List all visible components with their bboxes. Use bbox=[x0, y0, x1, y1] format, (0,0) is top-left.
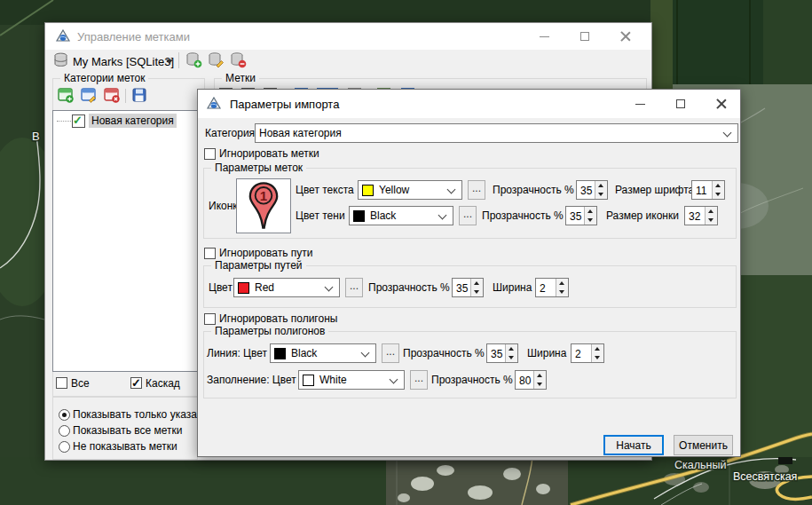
color-swatch bbox=[353, 210, 365, 222]
spin-down[interactable] bbox=[506, 353, 517, 362]
text-opacity-spinner[interactable]: 35 bbox=[576, 180, 608, 200]
shadow-opacity-spinner[interactable]: 35 bbox=[565, 206, 597, 225]
category-edit-button[interactable] bbox=[81, 87, 98, 104]
spin-down[interactable] bbox=[471, 288, 483, 296]
shadow-color-combobox[interactable]: Black bbox=[349, 206, 453, 225]
color-swatch bbox=[362, 185, 374, 196]
spin-up[interactable] bbox=[506, 344, 517, 353]
category-tree[interactable]: Новая категория bbox=[52, 110, 198, 372]
main-close-button[interactable] bbox=[605, 23, 646, 50]
shadow-color-label: Цвет тени bbox=[296, 209, 345, 222]
main-minimize-button[interactable] bbox=[524, 23, 564, 50]
spin-up[interactable] bbox=[534, 371, 546, 380]
spin-up[interactable] bbox=[592, 344, 603, 353]
map-label-town1: Скальный bbox=[674, 459, 726, 471]
marks-group-label: Метки bbox=[222, 72, 259, 84]
path-width-spinner[interactable]: 2 bbox=[535, 278, 569, 297]
ignore-polygons-checkbox[interactable] bbox=[204, 313, 216, 325]
icon-preview[interactable]: 1 bbox=[236, 178, 291, 233]
spin-down[interactable] bbox=[706, 216, 717, 225]
ignore-marks-checkbox[interactable] bbox=[204, 148, 216, 160]
db-selector-dropdown[interactable] bbox=[166, 59, 173, 67]
chevron-down-icon bbox=[325, 283, 334, 292]
spin-down[interactable] bbox=[585, 216, 596, 225]
text-color-label: Цвет текста bbox=[296, 184, 354, 196]
text-color-browse-button[interactable]: ... bbox=[468, 180, 485, 200]
shadow-opacity-label: Прозрачность % bbox=[482, 209, 564, 222]
db-add-button[interactable] bbox=[185, 51, 202, 68]
chevron-down-icon bbox=[390, 375, 398, 384]
start-button[interactable]: Начать bbox=[603, 435, 664, 455]
polygon-line-browse-button[interactable]: ... bbox=[382, 343, 399, 363]
spin-up[interactable] bbox=[471, 279, 483, 288]
spin-up[interactable] bbox=[713, 181, 724, 190]
spin-down[interactable] bbox=[713, 190, 724, 199]
category-combobox[interactable]: Новая категория bbox=[255, 123, 738, 143]
categories-group-label: Категории меток bbox=[60, 72, 148, 84]
display-mode-groupbox: Показывать только указанн Показывать все… bbox=[52, 396, 198, 460]
cancel-button[interactable]: Отменить bbox=[674, 435, 733, 455]
spin-up[interactable] bbox=[556, 279, 568, 288]
db-delete-button[interactable] bbox=[230, 51, 247, 68]
font-size-spinner[interactable]: 11 bbox=[691, 180, 725, 200]
polygon-line-width-spinner[interactable]: 2 bbox=[571, 343, 604, 363]
dialog-titlebar[interactable]: Параметры импорта bbox=[198, 90, 740, 118]
cascade-checkbox[interactable] bbox=[130, 377, 142, 389]
tree-item-label[interactable]: Новая категория bbox=[89, 114, 177, 128]
spin-up[interactable] bbox=[595, 181, 607, 190]
ignore-paths-checkbox[interactable] bbox=[204, 248, 216, 259]
font-size-label: Размер шрифта bbox=[615, 184, 694, 196]
main-maximize-button[interactable] bbox=[564, 23, 605, 50]
icon-size-label: Размер иконки bbox=[606, 209, 679, 222]
color-swatch bbox=[238, 282, 249, 294]
radio-show-none-label: Не показывать метки bbox=[73, 440, 177, 453]
polygon-line-width-label: Ширина bbox=[527, 347, 566, 359]
polygon-fill-browse-button[interactable]: ... bbox=[410, 370, 428, 390]
dialog-maximize-button[interactable] bbox=[660, 90, 701, 118]
radio-show-none[interactable] bbox=[59, 441, 70, 453]
text-color-combobox[interactable]: Yellow bbox=[358, 180, 462, 200]
polygons-params-label: Параметры полигонов bbox=[211, 325, 328, 337]
spin-up[interactable] bbox=[706, 207, 717, 216]
database-icon bbox=[53, 52, 68, 67]
ignore-polygons-label: Игнорировать полигоны bbox=[219, 312, 337, 325]
db-edit-button[interactable] bbox=[208, 51, 225, 68]
spin-down[interactable] bbox=[592, 353, 603, 362]
radio-show-all[interactable] bbox=[59, 425, 70, 437]
spin-up[interactable] bbox=[585, 207, 596, 216]
save-button[interactable] bbox=[131, 87, 147, 103]
polygon-line-color-combobox[interactable]: Black bbox=[270, 343, 376, 363]
radio-show-selected[interactable] bbox=[59, 409, 70, 421]
spin-down[interactable] bbox=[595, 190, 607, 199]
polygons-params-groupbox: Параметры полигонов bbox=[203, 331, 737, 398]
all-checkbox[interactable] bbox=[56, 377, 67, 389]
main-titlebar[interactable]: Управление метками bbox=[45, 23, 651, 50]
db-selector-label: My Marks [SQLite3] bbox=[73, 55, 174, 68]
polygon-line-opacity-label: Прозрачность % bbox=[403, 347, 485, 359]
dialog-minimize-button[interactable] bbox=[619, 90, 660, 118]
shadow-color-browse-button[interactable]: ... bbox=[459, 206, 477, 225]
path-opacity-spinner[interactable]: 35 bbox=[452, 278, 484, 297]
radio-show-all-label: Показывать все метки bbox=[73, 424, 182, 437]
radio-show-selected-label: Показывать только указанн bbox=[73, 408, 198, 421]
category-add-button[interactable] bbox=[58, 87, 75, 104]
polygon-fill-color-combobox[interactable]: White bbox=[298, 370, 405, 390]
spin-down[interactable] bbox=[556, 288, 568, 296]
polygon-fill-opacity-spinner[interactable]: 80 bbox=[515, 370, 547, 390]
polygon-line-opacity-spinner[interactable]: 35 bbox=[486, 343, 518, 363]
minimize-icon bbox=[540, 36, 549, 37]
path-color-browse-button[interactable]: ... bbox=[345, 278, 363, 297]
spin-down[interactable] bbox=[534, 380, 546, 389]
dialog-close-button[interactable] bbox=[701, 90, 742, 118]
map-label-town2: Всесвятская bbox=[733, 470, 797, 483]
all-checkbox-label: Все bbox=[71, 377, 90, 390]
polygon-line-label: Линия: Цвет bbox=[207, 347, 267, 359]
chevron-down-icon bbox=[438, 211, 447, 220]
category-delete-button[interactable] bbox=[104, 87, 121, 104]
path-color-combobox[interactable]: Red bbox=[233, 278, 340, 297]
category-label: Категория: bbox=[205, 127, 257, 139]
color-swatch bbox=[274, 348, 286, 359]
tree-item-checkbox[interactable] bbox=[72, 114, 85, 128]
icon-size-spinner[interactable]: 32 bbox=[684, 206, 718, 225]
category-value: Новая категория bbox=[259, 127, 342, 139]
